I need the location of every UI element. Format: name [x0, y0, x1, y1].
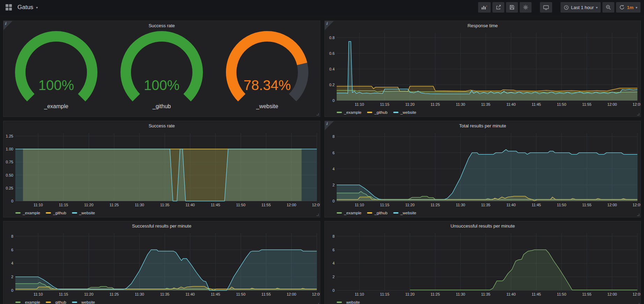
x-axis-tick-label: 12:05	[312, 203, 320, 207]
gauge-label: _github	[153, 103, 171, 110]
info-icon: i	[326, 21, 328, 26]
x-axis-tick-label: 11:20	[84, 292, 94, 296]
y-axis-tick-label: 0	[11, 288, 13, 292]
grafana-menu-button[interactable]	[3, 3, 14, 12]
legend-label[interactable]: _website	[344, 300, 360, 304]
y-axis-tick-label: 0.4	[329, 67, 335, 71]
settings-button[interactable]	[520, 2, 532, 13]
legend-label[interactable]: _example	[344, 211, 361, 215]
legend-item-_example[interactable]: _example	[337, 211, 361, 215]
legend-item-_example[interactable]: _example	[15, 300, 40, 304]
save-button[interactable]	[506, 2, 518, 13]
panel-resize-handle[interactable]	[637, 113, 639, 116]
tv-mode-button[interactable]	[540, 2, 552, 13]
panel-info-corner[interactable]: i	[325, 121, 334, 130]
chart-area: 00.20.40.60.811:1011:1511:2011:2511:3011…	[325, 30, 641, 108]
legend-item-_example[interactable]: _example	[337, 110, 361, 114]
legend-label[interactable]: _website	[401, 211, 416, 215]
dashboard-title-dropdown[interactable]: Gatus ▾	[17, 4, 38, 11]
y-axis-tick-label: 2	[332, 183, 335, 187]
x-axis-tick-label: 12:05	[632, 292, 641, 296]
panel-title[interactable]: Total results per minute	[325, 121, 641, 130]
legend-item-_github[interactable]: _github	[367, 211, 388, 215]
legend-item-_website[interactable]: _website	[72, 300, 95, 304]
legend-label[interactable]: _github	[53, 211, 66, 215]
info-icon: i	[5, 21, 6, 26]
y-axis-tick-label: 1.25	[6, 134, 13, 138]
x-axis-tick-label: 12:00	[607, 203, 617, 207]
panel-resize-handle[interactable]	[316, 214, 319, 216]
time-range-button[interactable]: Last 1 hour ▾	[561, 2, 601, 13]
x-axis-tick-label: 11:10	[34, 203, 43, 207]
legend-item-_website[interactable]: _website	[72, 211, 95, 215]
legend-label[interactable]: _example	[23, 211, 40, 215]
navbar: Gatus ▾	[0, 0, 644, 15]
panel-title-text: Success rate	[148, 123, 175, 128]
y-axis-tick-label: 4	[11, 261, 13, 265]
panel-info-corner[interactable]: i	[325, 21, 334, 30]
y-axis-tick-label: 0.2	[329, 83, 335, 87]
legend-item-_website[interactable]: _website	[393, 110, 416, 114]
x-axis-tick-label: 11:35	[160, 203, 170, 207]
y-axis-tick-label: 0.6	[329, 51, 335, 55]
x-axis-tick-label: 11:30	[456, 203, 465, 207]
zoom-out-button[interactable]	[602, 2, 614, 13]
panel-title[interactable]: Success rate	[3, 21, 320, 30]
gauge-_example: 100%_example	[3, 30, 109, 110]
legend-label[interactable]: _website	[401, 110, 416, 114]
panel-info-corner[interactable]: i	[3, 21, 13, 30]
legend-swatch	[393, 112, 398, 113]
legend-label[interactable]: _website	[79, 300, 95, 304]
gauge-label: _website	[256, 103, 278, 110]
panel-title[interactable]: Response time	[325, 21, 641, 30]
panel-resize-handle[interactable]	[316, 113, 319, 116]
legend-item-_website[interactable]: _website	[393, 211, 416, 215]
share-button[interactable]	[492, 2, 504, 13]
x-axis-tick-label: 11:45	[211, 292, 220, 296]
chevron-down-icon: ▾	[596, 6, 598, 9]
x-axis-tick-label: 11:30	[456, 292, 465, 296]
panel-resize-handle[interactable]	[637, 214, 639, 216]
x-axis-tick-label: 11:35	[160, 292, 170, 296]
y-axis-tick-label: 8	[332, 134, 335, 139]
y-axis-tick-label: 4	[332, 167, 335, 171]
series-fill-_website	[15, 250, 317, 290]
legend-label[interactable]: _example	[344, 110, 361, 114]
panel-title[interactable]: Successful results per minute	[3, 221, 320, 230]
x-axis-tick-label: 11:40	[185, 292, 195, 296]
legend-item-_github[interactable]: _github	[367, 110, 388, 114]
panel-unsuccessful-results: Unsuccessful results per minute 0246811:…	[324, 221, 641, 304]
x-axis-tick-label: 11:25	[109, 203, 119, 207]
panel-title[interactable]: Unsuccessful results per minute	[325, 221, 641, 230]
panel-title-text: Successful results per minute	[132, 223, 191, 229]
gear-icon	[523, 5, 528, 10]
legend-label[interactable]: _github	[374, 211, 388, 215]
x-axis-tick-label: 11:10	[34, 292, 43, 296]
panel-title[interactable]: Success rate	[3, 121, 320, 130]
x-axis-tick-label: 11:15	[59, 292, 68, 296]
legend-item-_website[interactable]: _website	[337, 300, 360, 304]
chart-area: 0246811:1011:1511:2011:2511:3011:3511:40…	[325, 130, 641, 209]
legend-item-_example[interactable]: _example	[15, 211, 40, 215]
legend-item-_github[interactable]: _github	[46, 300, 66, 304]
refresh-button[interactable]: 1m ▾	[616, 2, 641, 13]
legend-label[interactable]: _website	[79, 211, 95, 215]
legend-label[interactable]: _example	[23, 300, 40, 304]
legend-label[interactable]: _github	[53, 300, 66, 304]
x-axis-tick-label: 12:05	[632, 203, 641, 207]
x-axis-tick-label: 12:05	[312, 292, 320, 296]
chart-legend: _example_github_website	[325, 209, 641, 217]
panel-response-time: i Response time 00.20.40.60.811:1011:151…	[324, 21, 641, 117]
legend-label[interactable]: _github	[374, 110, 388, 114]
chart-legend: _website	[325, 298, 641, 304]
y-axis-tick-label: 0	[11, 199, 13, 203]
add-panel-button[interactable]	[478, 2, 491, 13]
x-axis-tick-label: 12:00	[287, 203, 297, 207]
info-icon: i	[326, 121, 328, 126]
panel-title-text: Response time	[468, 23, 498, 28]
series-fill-_website	[337, 149, 637, 201]
x-axis-tick-label: 11:10	[355, 102, 364, 106]
legend-item-_github[interactable]: _github	[46, 211, 66, 215]
x-axis-tick-label: 11:45	[532, 102, 541, 106]
unsuccessful-results-chart: 0246811:1011:1511:2011:2511:3011:3511:40…	[325, 230, 641, 298]
